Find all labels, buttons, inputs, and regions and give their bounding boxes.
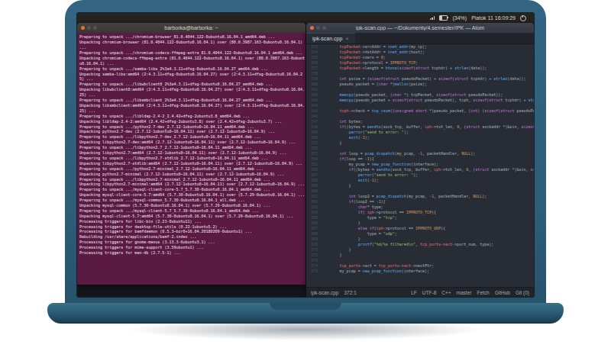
terminal-line: Unpacking libwbclient0:amd64 (2:4.3.11+d… — [79, 87, 306, 98]
code-line: 334 tcpPacket->dstAddr = inet_addr(host)… — [306, 50, 534, 55]
code-line: 346 — [306, 114, 534, 119]
terminal-line: Unpacking mysql-common (5.7.30-0ubuntu0.… — [79, 203, 306, 208]
tab-ipk-scan-cpp[interactable]: ipk-scan.cpp × — [306, 33, 355, 43]
terminal-line: Unpacking mysql-client-core-5.7:amd64 (5… — [79, 192, 306, 198]
atom-titlebar[interactable]: ipk-scan.cpp — ~/Dokumenty/4.semester/IP… — [306, 23, 534, 33]
code-text: tcpPacket->dstAddr = inet_addr(host); — [322, 50, 425, 55]
battery-icon[interactable] — [439, 15, 448, 21]
network-icon[interactable] — [430, 16, 435, 20]
code-text: if(loop == -1){ — [322, 156, 374, 162]
terminal-window: barborka@barborka: ~ Preparing to unpack… — [77, 23, 306, 285]
code-editor[interactable]: 333 tcpPacket->srcAddr = inet_addr(my_ip… — [306, 44, 534, 287]
editor-status-bar: ipk-scan.cpp372:1 LFUTF-8C++masterFetchG… — [306, 287, 534, 297]
status-item[interactable]: LF — [411, 290, 417, 295]
terminal-line: Preparing to unpack .../libsmbclient_2%3… — [79, 98, 306, 103]
tab-close-icon[interactable]: × — [345, 36, 349, 42]
code-line: 370 printf("%d/%s filtered\n", tcp_ports… — [306, 242, 534, 247]
code-line: 355 my_pcap = new_pcap_function(interfac… — [306, 162, 534, 167]
terminal-output: Preparing to unpack .../chromium-browser… — [79, 34, 306, 256]
code-lines: 333 tcpPacket->srcAddr = inet_addr(my_ip… — [306, 44, 534, 274]
terminal-line: Unpacking python2.7-minimal (2.7.12-1ubu… — [79, 171, 306, 176]
laptop-notch — [270, 303, 341, 310]
laptop-screen-bezel: (34%) Piatok 11 16:09:29 barborka@barbor… — [65, 0, 546, 304]
line-number: 343 — [306, 98, 322, 103]
code-line: 353 int loop = pcap_dispatch(my_pcap, -1… — [306, 151, 534, 156]
code-line: 342 memcpy(pseudo_packet, (char *) tcpPa… — [306, 92, 534, 98]
code-line: 338 — [306, 71, 534, 76]
terminal-line: Unpacking python2.7-dev (2.7.12-1ubuntu0… — [79, 129, 306, 134]
code-text: perror("send to error: "); — [322, 172, 418, 178]
line-number: 336 — [306, 60, 322, 66]
editor-tab-bar: ipk-scan.cpp × — [306, 33, 534, 44]
code-line: 371 } — [306, 247, 534, 253]
code-line: 344 — [306, 103, 534, 108]
terminal-line: Preparing to unpack .../libpython2.7-std… — [79, 156, 306, 161]
code-line: 354 if(loop == -1){ — [306, 156, 534, 162]
code-line: 359 } — [306, 183, 534, 188]
status-item[interactable]: UTF-8 — [422, 290, 436, 295]
code-text: memcpy(pseudo_packet + sizeof(struct pse… — [322, 98, 535, 103]
line-number: 356 — [306, 167, 322, 172]
code-text: pseudo_packet = (char *)malloc(psize); — [322, 82, 427, 87]
battery-label: (34%) — [452, 15, 467, 21]
code-line: 360 — [306, 188, 534, 194]
terminal-line: Processing triggers for gnome-menus (3.1… — [79, 240, 306, 245]
code-line: 373 — [306, 258, 534, 263]
status-item[interactable]: GitHub — [495, 290, 510, 295]
line-number: 339 — [306, 76, 322, 82]
code-line: 364 if( iph->protocol == IPPROTO_TCP){ — [306, 210, 534, 215]
code-text: tcpPacket->srcAddr = inet_addr(my_ip); — [322, 44, 427, 50]
code-line: 356 if((bytes = sendto(sock_tcp, buffer,… — [306, 167, 534, 172]
power-icon[interactable] — [520, 15, 526, 21]
status-item[interactable]: Git (0) — [516, 290, 529, 295]
terminal-title: barborka@barborka: ~ — [91, 25, 292, 31]
status-item[interactable]: ipk-scan.cpp — [311, 290, 339, 295]
line-number: 337 — [306, 66, 322, 71]
desktop-screen: (34%) Piatok 11 16:09:29 barborka@barbor… — [76, 12, 535, 298]
desktop: barborka@barborka: ~ Preparing to unpack… — [77, 23, 534, 297]
status-bar-right: LFUTF-8C++masterFetchGitHubGit (0) — [411, 290, 529, 295]
code-line: 366 } — [306, 221, 534, 226]
terminal-body[interactable]: Preparing to unpack .../chromium-browser… — [77, 33, 306, 285]
line-number: 364 — [306, 210, 322, 215]
terminal-line: Preparing to unpack .../python2.7-dev_2.… — [79, 124, 306, 129]
line-number: 370 — [306, 242, 322, 247]
line-number: 351 — [306, 140, 322, 146]
code-line: 357 perror("send to error: "); — [306, 172, 534, 178]
code-line: 351 } — [306, 140, 534, 146]
line-number: 371 — [306, 247, 322, 253]
code-line: 333 tcpPacket->srcAddr = inet_addr(my_ip… — [306, 44, 534, 50]
line-number: 373 — [306, 258, 322, 263]
code-line: 362 if(loop2 == -1){ — [306, 199, 534, 205]
terminal-titlebar[interactable]: barborka@barborka: ~ — [77, 23, 306, 33]
status-item[interactable]: 372:1 — [344, 290, 357, 295]
line-number: 338 — [306, 71, 322, 76]
code-text: int loop2 = pcap_dispatch(my_pcap, -1, p… — [322, 194, 487, 199]
close-icon[interactable] — [81, 26, 85, 30]
status-item[interactable]: master — [457, 290, 472, 295]
line-number: 369 — [306, 237, 322, 242]
tab-label: ipk-scan.cpp — [312, 36, 342, 41]
line-number: 358 — [306, 178, 322, 183]
line-number: 342 — [306, 92, 322, 98]
line-number: 333 — [306, 44, 322, 50]
code-line: 375 my_pcap = new_pcap_function(interfac… — [306, 269, 534, 274]
code-line: 361 int loop2 = pcap_dispatch(my_pcap, -… — [306, 194, 534, 199]
code-line: 341 — [306, 87, 534, 92]
code-text: type = "tcp"; — [322, 215, 397, 221]
code-text: char* type; — [322, 205, 383, 210]
line-number: 347 — [306, 119, 322, 124]
line-number: 335 — [306, 55, 322, 60]
status-item[interactable]: Fetch — [477, 290, 489, 295]
status-item[interactable]: C++ — [441, 290, 451, 295]
clock[interactable]: Piatok 11 16:09:29 — [471, 15, 516, 21]
terminal-line: Unpacking samba-libs:amd64 (2:4.3.11+dfs… — [79, 71, 306, 82]
close-icon[interactable] — [310, 26, 314, 30]
line-number: 344 — [306, 103, 322, 108]
line-number: 349 — [306, 130, 322, 135]
terminal-line: Unpacking libsmbclient:amd64 (2:4.3.11+d… — [79, 103, 306, 114]
terminal-line: Preparing to unpack .../chromium-browser… — [79, 34, 306, 40]
terminal-line: Preparing to unpack .../mysql-common_5.7… — [79, 198, 306, 203]
code-line: 336 tcpPacket->protocol = IPPROTO_TCP; — [306, 60, 534, 66]
line-number: 355 — [306, 162, 322, 167]
